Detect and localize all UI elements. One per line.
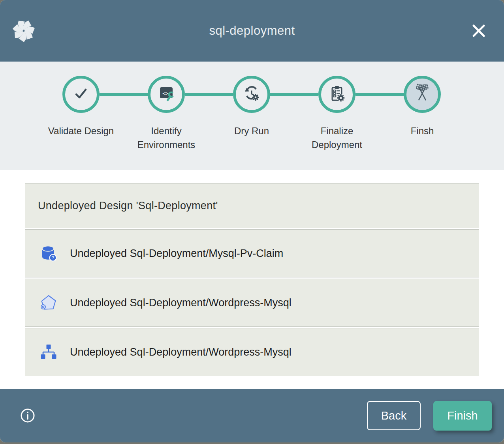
step-validate-design bbox=[62, 76, 100, 113]
step-finish bbox=[404, 76, 441, 113]
results-header: Undeployed Design 'Sql-Deployment' bbox=[25, 183, 479, 228]
dialog-title: sql-deployment bbox=[0, 24, 504, 38]
result-row-wordpress-mysql-deployment: Undeployed Sql-Deployment/Wordpress-Mysq… bbox=[25, 328, 479, 376]
dialog-header: sql-deployment bbox=[0, 0, 504, 62]
step-connector bbox=[185, 93, 233, 96]
clipboard-gear-icon bbox=[327, 84, 346, 105]
svg-text:<>: <> bbox=[162, 90, 169, 96]
info-icon[interactable] bbox=[20, 408, 36, 423]
step-label-finalize-deployment: Finalize Deployment bbox=[294, 124, 380, 152]
dialog-footer: Back Finish bbox=[0, 389, 504, 442]
svg-text:?: ? bbox=[52, 255, 54, 260]
result-row-text: Undeployed Sql-Deployment/Wordpress-Mysq… bbox=[70, 297, 291, 309]
step-connector bbox=[270, 93, 318, 96]
dialog-content: Undeployed Design 'Sql-Deployment' ? Und… bbox=[0, 170, 504, 389]
close-icon[interactable] bbox=[470, 22, 487, 39]
step-finalize-deployment bbox=[318, 76, 355, 113]
history-gear-icon bbox=[242, 84, 261, 105]
database-question-icon: ? bbox=[39, 244, 58, 262]
pinwheel-logo-icon bbox=[11, 18, 36, 43]
results-panel: Undeployed Design 'Sql-Deployment' ? Und… bbox=[25, 183, 479, 376]
step-label-finish: Finsh bbox=[380, 124, 465, 152]
result-row-wordpress-mysql-service: Undeployed Sql-Deployment/Wordpress-Mysq… bbox=[25, 279, 479, 327]
code-window-wrench-icon: <> bbox=[157, 84, 176, 105]
gear bbox=[337, 94, 344, 101]
pentagon-service-icon bbox=[39, 294, 58, 312]
step-label-identify-environments: Identify Environments bbox=[124, 124, 209, 152]
sql-deployment-dialog: sql-deployment <> bbox=[0, 0, 504, 442]
result-row-text: Undeployed Sql-Deployment/Wordpress-Mysq… bbox=[70, 346, 291, 358]
step-label-validate-design: Validate Design bbox=[38, 124, 124, 152]
back-button[interactable]: Back bbox=[367, 401, 421, 430]
gear bbox=[252, 94, 259, 101]
check-icon bbox=[71, 84, 90, 105]
step-label-dry-run: Dry Run bbox=[209, 124, 294, 152]
result-row-mysql-pv-claim: ? Undeployed Sql-Deployment/Mysql-Pv-Cla… bbox=[25, 229, 479, 277]
finish-button[interactable]: Finish bbox=[433, 401, 492, 431]
checkered-flags-icon bbox=[412, 83, 433, 105]
step-connector bbox=[100, 93, 148, 96]
step-dry-run bbox=[233, 76, 270, 113]
step-connector bbox=[355, 93, 404, 96]
tree-deployment-icon bbox=[39, 343, 58, 361]
result-row-text: Undeployed Sql-Deployment/Mysql-Pv-Claim bbox=[70, 247, 283, 260]
step-identify-environments: <> bbox=[148, 76, 185, 113]
wizard-stepper: <> bbox=[0, 62, 504, 170]
